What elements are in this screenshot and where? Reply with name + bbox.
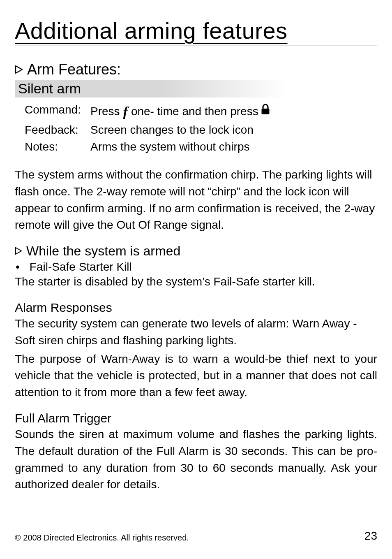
label-command: Command [25, 103, 78, 116]
heading-full-alarm: Full Alarm Trigger [15, 411, 377, 425]
title-rule: Additional arming features [15, 17, 377, 46]
paragraph-full-alarm: Sounds the siren at maximum volume and f… [15, 426, 377, 493]
svg-rect-0 [261, 109, 269, 114]
chevron-right-icon [15, 247, 23, 255]
label-notes: Notes [25, 140, 55, 153]
text: Press [90, 103, 120, 120]
section-arm-features: Arm Features: [15, 61, 377, 78]
bullet-icon: • [16, 261, 20, 273]
chevron-right-icon [15, 65, 24, 74]
label-feedback: Feedback [25, 123, 75, 136]
heading-alarm-responses: Alarm Responses [15, 301, 377, 315]
bullet-text: Fail-Safe Starter Kill [30, 260, 132, 274]
row-notes: Notes: Arms the system without chirps [25, 139, 377, 155]
section-while-armed: While the system is armed [15, 244, 377, 259]
section-label: Arm Features: [27, 61, 121, 78]
paragraph-failsafe: The starter is disabled by the system’s … [15, 274, 377, 290]
lock-icon [260, 103, 271, 120]
page-number: 23 [364, 529, 377, 543]
section-label: While the system is armed [26, 244, 180, 259]
value-command: Press f one- time and then press [90, 102, 271, 122]
text: one- time and then press [131, 103, 258, 120]
bullet-failsafe: • Fail-Safe Starter Kill [16, 260, 377, 274]
page-title: Additional arming features [15, 17, 377, 46]
footer: © 2008 Directed Electronics. All rights … [15, 529, 377, 543]
copyright: © 2008 Directed Electronics. All rights … [15, 533, 189, 543]
command-block: Command: Press f one- time and then pres… [15, 102, 377, 155]
page: Additional arming features Arm Features:… [0, 0, 392, 559]
value-feedback: Screen changes to the lock icon [90, 122, 254, 139]
subsection-silent-arm: Silent arm [15, 80, 377, 97]
row-feedback: Feedback: Screen changes to the lock ico… [25, 122, 377, 139]
f-key-icon: f [122, 102, 129, 122]
row-command: Command: Press f one- time and then pres… [25, 102, 377, 122]
paragraph-silent-arm: The system arms without the confirmation… [15, 167, 377, 233]
paragraph-alarm-2: The purpose of Warn-Away is to warn a wo… [15, 351, 377, 401]
paragraph-alarm-1: The security system can generate two lev… [15, 315, 377, 349]
value-notes: Arms the system without chirps [90, 139, 249, 155]
